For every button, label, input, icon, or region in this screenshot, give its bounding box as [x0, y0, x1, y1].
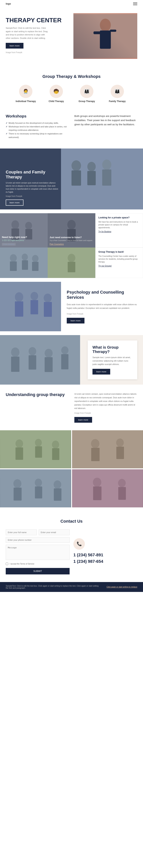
svg-rect-31 — [68, 262, 75, 272]
hero-image-placeholder — [74, 13, 137, 59]
svg-rect-45 — [45, 357, 53, 372]
submit-button[interactable]: SUBMIT — [6, 568, 69, 575]
child-therapy-icon: 🧒 — [50, 85, 63, 98]
contact-grid: I accept the Terms of Service SUBMIT 📞 1… — [6, 529, 137, 575]
svg-point-17 — [25, 222, 32, 229]
svg-point-27 — [32, 255, 38, 262]
terms-checkbox[interactable] — [6, 563, 8, 565]
navigation: logo — [0, 0, 143, 7]
svg-point-68 — [93, 478, 101, 487]
svg-rect-0 — [74, 14, 137, 58]
footer-link[interactable]: Click again or start writing to replace — [107, 586, 137, 588]
contact-phone-1: 1 (234) 567-891 — [74, 553, 137, 557]
svg-rect-50 — [16, 447, 23, 460]
svg-point-65 — [54, 480, 61, 489]
gallery-image-1 — [0, 430, 71, 468]
svg-rect-36 — [30, 300, 38, 314]
svg-point-46 — [61, 346, 68, 354]
psychology-section: Psychology and Counselling Services Duis… — [0, 282, 143, 331]
couples-cta-button[interactable]: learn more — [6, 199, 24, 206]
svg-point-33 — [15, 292, 23, 302]
hamburger-icon[interactable] — [133, 2, 137, 5]
svg-point-30 — [68, 254, 75, 262]
svg-rect-62 — [13, 488, 22, 500]
private-link[interactable]: Try for Booking — [98, 230, 140, 232]
workshops-list-title: Workshops — [6, 114, 69, 118]
couples-section: Couples and Family Therapy Ut enim ad mi… — [0, 149, 143, 210]
hero-section: THERAPY CENTER SampleText: Click to edit… — [0, 7, 143, 65]
workshops-section: Group Therapy & Workshops 🧑‍⚕️ Individua… — [0, 65, 143, 108]
svg-rect-59 — [116, 447, 124, 459]
svg-point-25 — [22, 254, 28, 260]
svg-rect-57 — [91, 448, 99, 461]
contact-info-block: 📞 1 (234) 567-891 1 (234) 987-654 — [74, 529, 137, 575]
peer-link[interactable]: Peer Counselors — [50, 243, 64, 245]
peer-title: Just need someone to listen? — [50, 236, 93, 239]
understanding-image-credit: Image from Freepik — [74, 412, 137, 414]
understanding-title: Understanding group therapy — [6, 392, 69, 397]
footer: SampleText: Click to edit the text box. … — [0, 582, 143, 592]
svg-rect-28 — [32, 262, 38, 271]
nav-menu — [133, 2, 137, 5]
svg-rect-26 — [22, 260, 28, 270]
images-row — [0, 430, 143, 511]
psych-title: Psychology and Counselling Services — [67, 290, 137, 300]
svg-point-37 — [44, 293, 52, 302]
svg-rect-1 — [74, 14, 137, 58]
peer-description: Try a Peer Counselor! They're here to li… — [50, 240, 93, 241]
group-therapy-cta-button[interactable]: learn more — [92, 369, 110, 374]
workshop-item-2: Workshops tend to be intermittent and ta… — [6, 125, 69, 132]
gallery-image-3 — [0, 469, 71, 507]
message-textarea[interactable] — [6, 545, 69, 560]
group-therapy-box: What is Group Therapy? Sample text. Lore… — [88, 341, 137, 379]
svg-point-7 — [72, 160, 81, 171]
phone-icon: 📞 — [74, 538, 85, 550]
need-help-phone: 1-222-321-right-and-press — [2, 239, 27, 241]
svg-point-53 — [52, 440, 59, 448]
psych-image — [0, 282, 61, 331]
svg-rect-38 — [44, 302, 52, 317]
svg-rect-12 — [102, 169, 111, 186]
grid-group-back: Group Therapy is back! The Counselling C… — [95, 248, 143, 278]
workshop-item-1: Mostly focused on the development of eve… — [6, 121, 69, 125]
workshop-item-3: There is no necessary screening (drop-in… — [6, 132, 69, 139]
hero-image-credit: Image from Freepik — [6, 52, 22, 54]
child-therapy-label: Child Therapy — [42, 100, 70, 103]
svg-point-70 — [118, 479, 126, 487]
gallery-image-2 — [72, 430, 143, 468]
phone-input[interactable] — [6, 537, 69, 543]
understanding-cta-button[interactable]: learn more — [74, 417, 92, 423]
svg-rect-71 — [118, 487, 126, 500]
svg-rect-52 — [35, 446, 42, 458]
footer-text: SampleText: Click to edit the text box. … — [6, 585, 101, 589]
email-input[interactable] — [39, 529, 70, 535]
svg-rect-69 — [93, 487, 102, 500]
therapy-card-individual: 🧑‍⚕️ Individual Therapy — [12, 85, 40, 103]
contact-phone-2: 1 (234) 987-654 — [74, 559, 137, 564]
group-back-link[interactable]: Try our Groups! — [98, 265, 140, 267]
grid-image-2: Just need someone to listen? Try a Peer … — [48, 213, 95, 248]
family-therapy-icon: 👨‍👩‍👦 — [111, 85, 124, 98]
svg-point-9 — [87, 162, 96, 172]
psych-image-credit: Image from Freepik — [67, 313, 137, 315]
svg-point-51 — [35, 439, 42, 446]
name-input[interactable] — [6, 529, 37, 535]
svg-point-23 — [10, 254, 17, 262]
hero-text-block: THERAPY CENTER SampleText: Click to edit… — [6, 13, 69, 59]
grid-image-4 — [48, 248, 95, 278]
svg-point-20 — [67, 220, 76, 229]
crisis-tag: Crisis Services — [2, 243, 16, 246]
group-therapy-icon: 👨‍👩‍👧 — [80, 85, 93, 98]
psych-cta-button[interactable]: learn more — [67, 318, 84, 323]
hero-cta-button[interactable]: learn more — [6, 43, 24, 49]
svg-point-56 — [91, 439, 99, 448]
svg-rect-4 — [93, 31, 101, 34]
svg-rect-67 — [72, 469, 143, 507]
svg-point-63 — [35, 479, 42, 487]
group-back-title: Group Therapy is back! — [98, 251, 140, 253]
couples-title: Couples and Family Therapy — [6, 169, 59, 180]
svg-rect-8 — [72, 170, 81, 186]
hero-description: SampleText: Click to edit the text box. … — [6, 27, 48, 40]
understanding-content-block: Ut enim ad minim veniam, quis nostrud ex… — [74, 392, 137, 423]
form-name-row — [6, 529, 69, 535]
